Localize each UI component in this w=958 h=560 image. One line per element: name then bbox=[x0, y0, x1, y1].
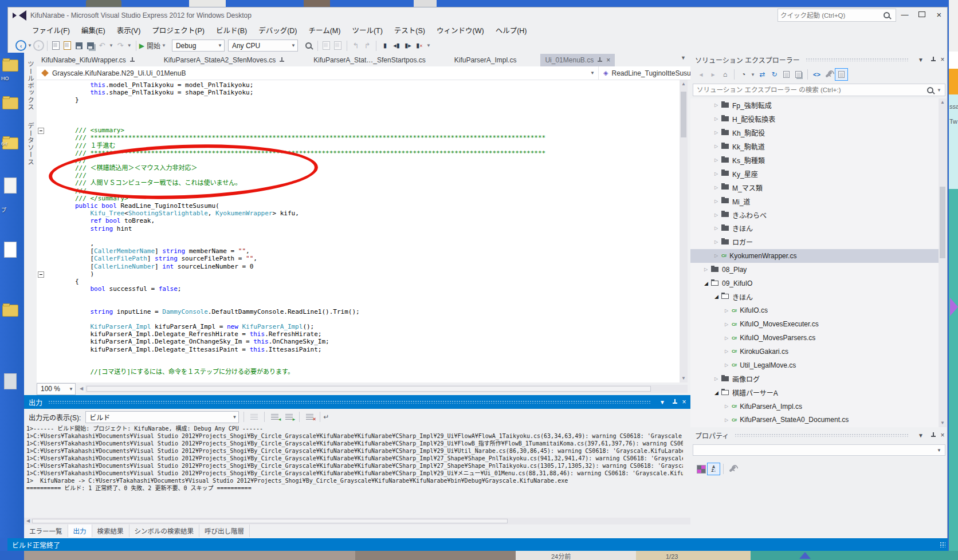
pin-icon[interactable] bbox=[279, 57, 285, 63]
expand-icon[interactable]: ▷ bbox=[725, 322, 732, 327]
window-position-dropdown-icon[interactable]: ▼ bbox=[914, 57, 927, 63]
desktop-folder-icon[interactable] bbox=[2, 60, 18, 72]
search-icon[interactable] bbox=[927, 87, 933, 93]
tree-item[interactable]: ◢09_KifuIO bbox=[690, 277, 939, 290]
pin-icon[interactable] bbox=[930, 57, 936, 62]
navigate-back-dropdown-icon[interactable]: ▼ bbox=[28, 43, 32, 48]
collapse-icon[interactable]: ◢ bbox=[714, 390, 721, 396]
close-icon[interactable]: × bbox=[936, 431, 949, 439]
scroll-left-icon[interactable]: ◀ bbox=[77, 385, 85, 393]
expand-icon[interactable]: ▷ bbox=[714, 157, 721, 163]
properties-panel-titlebar[interactable]: プロパティ ▼ × bbox=[690, 428, 949, 442]
solution-config-combo[interactable]: Debug ▼ bbox=[172, 40, 225, 52]
breakpoint-window-button[interactable] bbox=[321, 40, 332, 52]
output-panel-titlebar[interactable]: 出力 ▼ × bbox=[24, 395, 690, 409]
tree-item[interactable]: ▷C#KifuIO.cs bbox=[690, 303, 939, 317]
tree-item[interactable]: ▷Kk_駒軌道 bbox=[690, 140, 939, 153]
output-hscrollbar[interactable]: ◀ bbox=[24, 518, 690, 524]
tool-tab-出力[interactable]: 出力 bbox=[68, 524, 92, 537]
tree-item[interactable]: ▷Kh_駒配役 bbox=[690, 126, 939, 140]
collapse-all-icon[interactable] bbox=[780, 69, 792, 80]
scroll-up-icon[interactable]: ▲ bbox=[939, 98, 947, 107]
start-debug-icon[interactable]: ▶ bbox=[139, 42, 144, 50]
tool-tab-シンボルの検索結果[interactable]: シンボルの検索結果 bbox=[129, 524, 200, 537]
scroll-down-icon[interactable]: ▼ bbox=[680, 374, 688, 382]
expand-icon[interactable]: ▷ bbox=[714, 376, 721, 381]
refresh-icon[interactable]: ↻ bbox=[768, 69, 780, 80]
navigate-back-button[interactable]: ‹ bbox=[15, 40, 26, 51]
tree-item[interactable]: ▷ロガー bbox=[690, 235, 939, 249]
tree-item[interactable]: ▷C#Util_LegalMove.cs bbox=[690, 358, 939, 372]
expand-icon[interactable]: ▷ bbox=[714, 144, 721, 149]
chevron-down-icon[interactable]: ▼ bbox=[751, 72, 755, 77]
property-pages-icon[interactable] bbox=[727, 463, 739, 475]
fold-collapse-icon[interactable] bbox=[38, 128, 44, 134]
expand-icon[interactable]: ▷ bbox=[714, 116, 721, 121]
pin-icon[interactable] bbox=[129, 57, 135, 63]
collapse-icon[interactable]: ◢ bbox=[714, 294, 721, 299]
properties-object-combo[interactable]: ▼ bbox=[693, 444, 945, 456]
tree-item[interactable]: ▷C#KyokumenWrapper.cs bbox=[690, 249, 939, 263]
solution-explorer-search[interactable]: ▼ bbox=[693, 84, 945, 96]
alphabetical-sort-icon[interactable]: AZ↓ bbox=[707, 463, 720, 475]
tree-item[interactable]: ▷きほん bbox=[690, 222, 939, 235]
show-all-files-icon[interactable] bbox=[792, 69, 804, 80]
new-file-button[interactable] bbox=[50, 40, 62, 52]
document-tab[interactable]: KifuParserA_Stat…_SfenStartpos.cs bbox=[309, 54, 430, 66]
bookmark-next-button[interactable]: ▮▸ bbox=[402, 40, 414, 52]
expand-icon[interactable]: ▷ bbox=[714, 253, 721, 258]
document-tab[interactable]: KifuParserA_Impl.cs bbox=[450, 54, 521, 66]
solution-search-input[interactable] bbox=[693, 86, 927, 93]
properties-icon[interactable] bbox=[823, 69, 835, 80]
expand-icon[interactable]: ▷ bbox=[725, 308, 732, 313]
menu-item-テスト(S)[interactable]: テスト(S) bbox=[388, 23, 431, 37]
goto-previous-message-icon[interactable]: ◂ bbox=[271, 414, 278, 420]
menu-item-ツール(T)[interactable]: ツール(T) bbox=[346, 23, 388, 37]
expand-icon[interactable]: ▷ bbox=[714, 171, 721, 176]
minimize-button[interactable]: — bbox=[896, 10, 913, 21]
expand-icon[interactable]: ▷ bbox=[725, 404, 732, 409]
tree-item[interactable]: ▷08_Play bbox=[690, 263, 939, 277]
menu-item-デバッグ(D)[interactable]: デバッグ(D) bbox=[253, 23, 303, 37]
editor-vscrollbar[interactable]: ▲ ▼ bbox=[680, 80, 688, 382]
type-dropdown[interactable]: Grayscale.KifuNarabe.N29_Ui.Ui_01MenuB ▼ bbox=[37, 66, 598, 80]
tree-item[interactable]: ▷C#KifuIO_MovesParsers.cs bbox=[690, 331, 939, 345]
maximize-button[interactable] bbox=[913, 10, 930, 21]
close-button[interactable]: × bbox=[930, 10, 948, 21]
start-dropdown-icon[interactable]: ▼ bbox=[162, 43, 166, 48]
menu-item-ビルド(B)[interactable]: ビルド(B) bbox=[210, 23, 253, 37]
tree-item[interactable]: ▷M_マス類 bbox=[690, 180, 939, 194]
menu-item-チーム(M)[interactable]: チーム(M) bbox=[303, 23, 347, 37]
close-icon[interactable]: × bbox=[936, 56, 949, 64]
resize-grip[interactable] bbox=[940, 542, 945, 547]
sync-with-active-document-icon[interactable]: ⇄ bbox=[756, 69, 768, 80]
pin-icon[interactable] bbox=[930, 432, 936, 438]
step-into-button[interactable]: ↰ bbox=[350, 40, 362, 52]
tool-tab-呼び出し階層[interactable]: 呼び出し階層 bbox=[199, 524, 250, 537]
add-item-button[interactable] bbox=[62, 40, 73, 52]
document-tab[interactable]: Ui_01MenuB.cs× bbox=[540, 54, 615, 66]
tree-item[interactable]: ▷Mi_道 bbox=[690, 194, 939, 208]
menu-item-ヘルプ(H)[interactable]: ヘルプ(H) bbox=[490, 23, 533, 37]
expand-icon[interactable]: ▷ bbox=[725, 336, 732, 341]
categorized-icon[interactable] bbox=[695, 463, 707, 475]
start-debug-label[interactable]: 開始 bbox=[147, 41, 160, 50]
chevron-down-icon[interactable]: ▼ bbox=[937, 88, 941, 93]
expand-icon[interactable]: ▷ bbox=[714, 212, 721, 218]
output-console[interactable]: 1>------ ビルド開始: プロジェクト: KifuNarabe, 構成: … bbox=[24, 425, 683, 518]
solution-tree-vscrollbar[interactable]: ▲ ▼ bbox=[939, 98, 947, 427]
tree-item[interactable]: ◢きほん bbox=[690, 290, 939, 303]
editor-hscrollbar[interactable] bbox=[85, 385, 688, 393]
document-tab[interactable]: KifuParserA_StateA2_SfenMoves.cs bbox=[159, 54, 289, 66]
expand-icon[interactable]: ▷ bbox=[714, 102, 721, 108]
tab-overflow-icon[interactable]: ▼ bbox=[681, 55, 686, 61]
fold-collapse-icon[interactable] bbox=[38, 271, 44, 278]
solution-explorer-titlebar[interactable]: ソリューション エクスプローラー ▼ × bbox=[690, 53, 949, 66]
preview-selected-items-icon[interactable] bbox=[835, 68, 848, 81]
undo-button[interactable]: ↶ bbox=[96, 40, 108, 52]
step-over-button[interactable]: ↱ bbox=[362, 40, 373, 52]
platform-combo[interactable]: Any CPU ▼ bbox=[228, 40, 298, 52]
expand-icon[interactable]: ▷ bbox=[714, 199, 721, 204]
tree-item[interactable]: ▷Ky_星座 bbox=[690, 167, 939, 180]
menu-item-表示(V)[interactable]: 表示(V) bbox=[111, 23, 147, 37]
